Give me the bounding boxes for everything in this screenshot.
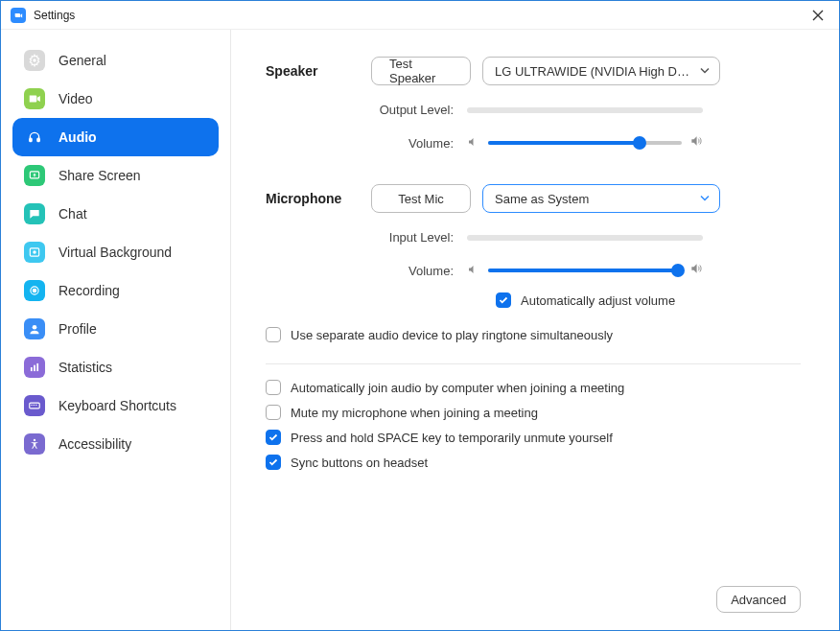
background-icon xyxy=(24,242,45,263)
sidebar-item-label: Accessibility xyxy=(58,436,131,452)
speaker-volume-slider[interactable] xyxy=(488,141,682,145)
mute-on-join-label: Mute my microphone when joining a meetin… xyxy=(291,406,538,420)
sidebar-item-share-screen[interactable]: Share Screen xyxy=(12,156,219,195)
separate-ringtone-checkbox[interactable] xyxy=(266,327,281,342)
sidebar-item-label: Keyboard Shortcuts xyxy=(58,398,176,413)
share-screen-icon xyxy=(24,165,45,186)
sidebar-item-audio[interactable]: Audio xyxy=(12,118,219,156)
sidebar-item-accessibility[interactable]: Accessibility xyxy=(12,425,219,463)
gear-icon xyxy=(24,50,45,71)
mic-volume-slider[interactable] xyxy=(488,269,682,272)
sidebar-item-label: Recording xyxy=(58,283,120,298)
test-mic-button[interactable]: Test Mic xyxy=(371,184,471,213)
divider xyxy=(266,363,801,364)
sidebar-item-recording[interactable]: Recording xyxy=(12,271,219,310)
mic-input-level-meter xyxy=(467,235,703,241)
sidebar-item-label: Share Screen xyxy=(58,168,141,183)
sidebar-item-chat[interactable]: Chat xyxy=(12,195,219,233)
svg-point-0 xyxy=(33,58,36,62)
app-icon xyxy=(11,8,26,23)
sidebar-item-label: General xyxy=(58,53,106,68)
test-speaker-button[interactable]: Test Speaker xyxy=(371,57,471,85)
space-unmute-label: Press and hold SPACE key to temporarily … xyxy=(291,431,613,445)
speaker-output-level-meter xyxy=(467,107,703,113)
speaker-section-label: Speaker xyxy=(266,63,371,79)
sidebar-item-statistics[interactable]: Statistics xyxy=(12,348,219,386)
sidebar-item-label: Audio xyxy=(58,129,97,145)
svg-point-8 xyxy=(33,325,37,330)
sidebar-item-label: Profile xyxy=(58,321,97,337)
volume-high-icon xyxy=(689,262,703,279)
accessibility-icon xyxy=(24,433,45,455)
mute-on-join-checkbox[interactable] xyxy=(266,405,281,420)
auto-adjust-volume-label: Automatically adjust volume xyxy=(521,293,675,308)
svg-rect-10 xyxy=(34,365,35,371)
auto-join-audio-label: Automatically join audio by computer whe… xyxy=(291,381,624,395)
svg-point-16 xyxy=(34,439,35,441)
svg-rect-11 xyxy=(36,363,38,371)
output-level-label: Output Level: xyxy=(266,103,467,117)
window-title: Settings xyxy=(34,9,806,22)
svg-rect-9 xyxy=(31,367,33,371)
svg-rect-1 xyxy=(30,138,32,142)
svg-rect-15 xyxy=(35,405,36,406)
chevron-down-icon xyxy=(700,192,710,206)
mic-volume-label: Volume: xyxy=(266,264,467,278)
sidebar-item-virtual-background[interactable]: Virtual Background xyxy=(12,233,219,271)
volume-high-icon xyxy=(689,134,703,152)
space-unmute-checkbox[interactable] xyxy=(266,430,281,445)
svg-point-7 xyxy=(33,289,36,292)
volume-low-icon xyxy=(467,262,480,279)
sidebar-item-label: Video xyxy=(58,91,93,106)
sidebar: General Video Audio Share Screen Chat xyxy=(1,30,231,630)
headphones-icon xyxy=(24,127,45,148)
content-panel: Speaker Test Speaker LG ULTRAWIDE (NVIDI… xyxy=(231,30,839,630)
sidebar-item-general[interactable]: General xyxy=(12,41,219,80)
close-button[interactable] xyxy=(806,4,829,27)
microphone-section-label: Microphone xyxy=(266,191,371,206)
separate-ringtone-label: Use separate audio device to play ringto… xyxy=(291,328,613,342)
speaker-device-select[interactable]: LG ULTRAWIDE (NVIDIA High Defi... xyxy=(482,57,720,85)
svg-rect-13 xyxy=(32,405,33,406)
sidebar-item-label: Statistics xyxy=(58,360,112,375)
input-level-label: Input Level: xyxy=(266,230,467,245)
sync-headset-checkbox[interactable] xyxy=(266,455,281,470)
statistics-icon xyxy=(24,357,45,378)
sidebar-item-keyboard-shortcuts[interactable]: Keyboard Shortcuts xyxy=(12,386,219,425)
auto-join-audio-checkbox[interactable] xyxy=(266,380,281,395)
sidebar-item-video[interactable]: Video xyxy=(12,80,219,118)
microphone-device-select[interactable]: Same as System xyxy=(482,184,720,213)
advanced-button[interactable]: Advanced xyxy=(716,586,801,613)
sync-headset-label: Sync buttons on headset xyxy=(291,456,428,470)
sidebar-item-profile[interactable]: Profile xyxy=(12,310,219,348)
chevron-down-icon xyxy=(700,64,710,79)
speaker-volume-label: Volume: xyxy=(266,136,467,151)
recording-icon xyxy=(24,280,45,301)
svg-rect-14 xyxy=(34,405,35,406)
sidebar-item-label: Chat xyxy=(58,206,87,222)
svg-point-5 xyxy=(33,250,36,254)
auto-adjust-volume-checkbox[interactable] xyxy=(496,292,511,308)
profile-icon xyxy=(24,318,45,339)
sidebar-item-label: Virtual Background xyxy=(58,245,172,260)
keyboard-icon xyxy=(24,395,45,416)
svg-rect-2 xyxy=(37,138,39,142)
volume-low-icon xyxy=(467,134,480,152)
video-icon xyxy=(24,88,45,109)
chat-icon xyxy=(24,203,45,224)
